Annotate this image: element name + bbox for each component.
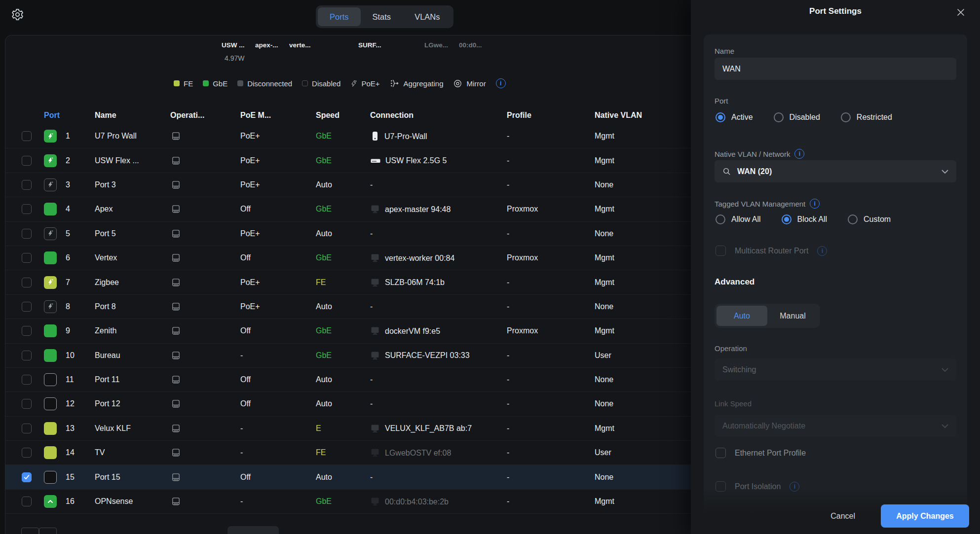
chevron-down-icon — [942, 368, 948, 372]
port-number-cell: 8 — [66, 302, 70, 311]
ethernet-port-profile-checkbox[interactable]: Ethernet Port Profile — [716, 448, 806, 458]
pager-info-pill[interactable] — [227, 526, 279, 534]
port-column-label: USW ... — [222, 41, 245, 49]
pager-next-button[interactable] — [39, 528, 57, 534]
column-header-operati-: Operati... — [170, 111, 204, 120]
name-input[interactable]: WAN — [715, 58, 956, 80]
port-column-label: 00:d0... — [459, 41, 482, 49]
port-name-cell: Bureau — [95, 351, 120, 360]
row-checkbox[interactable] — [22, 278, 32, 287]
row-checkbox[interactable] — [22, 497, 32, 506]
legend-item-mirror: Mirror — [453, 79, 486, 88]
row-checkbox[interactable] — [22, 351, 32, 360]
info-icon[interactable]: i — [810, 199, 820, 209]
speed-cell: E — [316, 424, 321, 433]
port-name-cell: USW Flex ... — [95, 156, 139, 165]
row-checkbox[interactable] — [22, 204, 32, 214]
advanced-mode-manual[interactable]: Manual — [767, 306, 818, 326]
radio-label: Restricted — [857, 113, 892, 122]
client-device-icon — [370, 424, 380, 433]
connection-name: - — [370, 375, 373, 384]
advanced-mode-toggle: AutoManual — [715, 304, 820, 328]
column-header-port[interactable]: Port — [44, 111, 60, 120]
row-checkbox[interactable] — [22, 156, 32, 166]
port-number-cell: 2 — [66, 156, 70, 165]
row-checkbox[interactable] — [22, 229, 32, 239]
native-vlan-select[interactable]: WAN (20) — [715, 160, 956, 182]
info-icon[interactable]: i — [794, 149, 804, 159]
port-status-icon — [44, 227, 57, 240]
port-column-label: verte... — [289, 41, 311, 49]
operation-select[interactable]: Switching — [715, 358, 956, 381]
poe-mode-cell: PoE+ — [240, 229, 260, 238]
tagged-vlan-radio-allow-all[interactable]: Allow All — [716, 214, 761, 224]
row-checkbox[interactable] — [22, 472, 32, 482]
row-checkbox[interactable] — [22, 375, 32, 385]
tab-stats[interactable]: Stats — [361, 7, 403, 26]
native-vlan-cell: Mgmt — [595, 424, 614, 433]
apply-changes-button[interactable]: Apply Changes — [881, 504, 969, 528]
port-number-cell: 10 — [66, 351, 75, 360]
access-point-icon — [370, 131, 380, 142]
row-checkbox[interactable] — [22, 424, 32, 433]
column-header-native-vlan: Native VLAN — [595, 111, 642, 120]
column-header-name: Name — [95, 111, 116, 120]
row-checkbox[interactable] — [22, 131, 32, 141]
legend-label: Disconnected — [247, 79, 292, 88]
port-state-radio-active[interactable]: Active — [716, 112, 753, 122]
operation-switch-icon — [170, 472, 182, 482]
connection-name: vertex-worker 00:84 — [385, 253, 454, 262]
legend-label: Mirror — [466, 79, 486, 88]
connection-cell: 00:d0:b4:03:be:2b — [370, 497, 449, 506]
settings-gear-icon[interactable] — [10, 7, 25, 22]
cancel-button[interactable]: Cancel — [828, 511, 858, 521]
row-checkbox[interactable] — [22, 302, 32, 312]
row-checkbox[interactable] — [22, 399, 32, 409]
link-speed-value: Automatically Negotiate — [722, 422, 805, 430]
multicast-router-port-checkbox[interactable]: Multicast Router Port i — [716, 246, 827, 256]
connection-cell: - — [370, 473, 373, 482]
radio-circle — [848, 214, 858, 224]
port-number-cell: 1 — [66, 132, 70, 141]
poe-power-value: 4.97W — [225, 54, 244, 62]
row-checkbox[interactable] — [22, 253, 32, 263]
link-speed-select[interactable]: Automatically Negotiate — [715, 415, 956, 437]
port-state-radio-restricted[interactable]: Restricted — [841, 112, 892, 122]
port-number-cell: 3 — [66, 180, 70, 189]
row-checkbox[interactable] — [22, 180, 32, 190]
tab-vlans[interactable]: VLANs — [403, 7, 452, 26]
radio-label: Custom — [864, 215, 891, 224]
pager-prev-button[interactable] — [21, 528, 39, 534]
client-device-icon — [370, 205, 380, 214]
native-vlan-cell: None — [595, 375, 613, 384]
column-header-connection: Connection — [370, 111, 414, 120]
row-checkbox[interactable] — [22, 326, 32, 336]
profile-cell: - — [507, 399, 509, 408]
tagged-vlan-radio-block-all[interactable]: Block All — [782, 214, 827, 224]
info-icon[interactable]: i — [817, 246, 827, 256]
port-status-icon — [44, 349, 57, 362]
native-vlan-cell: User — [595, 448, 611, 457]
connection-name: LGwebOSTV ef:08 — [385, 448, 451, 457]
profile-cell: - — [507, 473, 509, 482]
advanced-mode-auto[interactable]: Auto — [716, 306, 767, 326]
native-vlan-cell: Mgmt — [595, 278, 614, 287]
close-icon[interactable] — [954, 6, 967, 19]
port-status-icon — [44, 251, 57, 264]
panel-title: Port Settings — [691, 6, 980, 16]
speed-cell: Auto — [316, 180, 332, 189]
row-checkbox[interactable] — [22, 448, 32, 458]
info-icon[interactable]: i — [496, 78, 506, 88]
port-number-cell: 15 — [66, 473, 75, 482]
port-status-icon — [44, 397, 57, 410]
poe-mode-cell: PoE+ — [240, 180, 260, 189]
poe-mode-cell: Off — [240, 473, 251, 482]
tab-ports[interactable]: Ports — [318, 7, 361, 26]
connection-name: USW Flex 2.5G 5 — [385, 156, 447, 165]
tagged-vlan-radio-custom[interactable]: Custom — [848, 214, 891, 224]
port-state-radio-disabled[interactable]: Disabled — [774, 112, 820, 122]
port-number-cell: 12 — [66, 399, 75, 408]
legend-label: FE — [184, 79, 193, 88]
port-status-icon — [44, 276, 57, 289]
port-status-icon — [44, 130, 57, 142]
